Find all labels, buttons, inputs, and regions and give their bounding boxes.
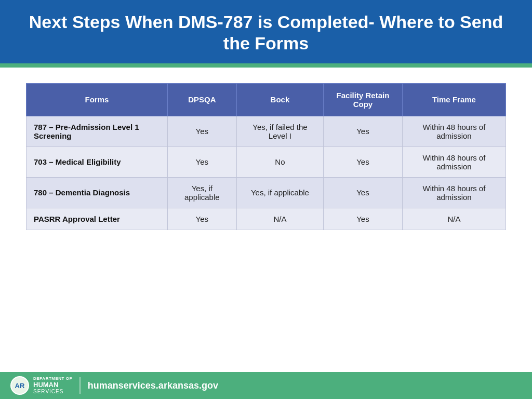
cell-bock: Yes, if failed the Level I	[236, 116, 323, 147]
table-header-row: Forms DPSQA Bock Facility Retain Copy Ti…	[26, 83, 506, 116]
cell-facility: Yes	[324, 208, 403, 230]
cell-bock: N/A	[236, 208, 323, 230]
cell-dpsqa: Yes	[167, 147, 236, 177]
table-row: PASRR Approval LetterYesN/AYesN/A	[26, 208, 506, 230]
cell-timeframe: N/A	[402, 208, 506, 230]
forms-table: Forms DPSQA Bock Facility Retain Copy Ti…	[26, 83, 506, 230]
col-header-forms: Forms	[26, 83, 168, 116]
cell-timeframe: Within 48 hours of admission	[402, 177, 506, 208]
cell-dpsqa: Yes, if applicable	[167, 177, 236, 208]
footer-url: humanservices.arkansas.gov	[88, 380, 218, 391]
cell-forms: 787 – Pre-Admission Level 1 Screening	[26, 116, 168, 147]
cell-forms: 703 – Medical Eligibility	[26, 147, 168, 177]
table-row: 780 – Dementia DiagnosisYes, if applicab…	[26, 177, 506, 208]
table-row: 703 – Medical EligibilityYesNoYesWithin …	[26, 147, 506, 177]
footer-logo: AR Department of Human Services	[10, 376, 72, 395]
cell-facility: Yes	[324, 147, 403, 177]
page-title: Next Steps When DMS-787 is Completed- Wh…	[21, 11, 511, 54]
col-header-timeframe: Time Frame	[402, 83, 506, 116]
cell-timeframe: Within 48 hours of admission	[402, 116, 506, 147]
cell-forms: 780 – Dementia Diagnosis	[26, 177, 168, 208]
logo-abbr: AR	[15, 382, 25, 390]
cell-bock: Yes, if applicable	[236, 177, 323, 208]
table-container: Forms DPSQA Bock Facility Retain Copy Ti…	[26, 83, 506, 367]
cell-bock: No	[236, 147, 323, 177]
footer-divider	[79, 377, 81, 394]
cell-facility: Yes	[324, 116, 403, 147]
logo-circle: AR	[10, 376, 29, 395]
logo-services: Services	[33, 389, 72, 394]
cell-forms: PASRR Approval Letter	[26, 208, 168, 230]
col-header-facility: Facility Retain Copy	[324, 83, 403, 116]
cell-dpsqa: Yes	[167, 208, 236, 230]
logo-human: Human	[33, 381, 72, 389]
col-header-bock: Bock	[236, 83, 323, 116]
col-header-dpsqa: DPSQA	[167, 83, 236, 116]
cell-dpsqa: Yes	[167, 116, 236, 147]
slide: Next Steps When DMS-787 is Completed- Wh…	[0, 0, 532, 399]
logo-text: Department of Human Services	[33, 377, 72, 394]
table-row: 787 – Pre-Admission Level 1 ScreeningYes…	[26, 116, 506, 147]
content-area: Forms DPSQA Bock Facility Retain Copy Ti…	[0, 68, 532, 372]
cell-timeframe: Within 48 hours of admission	[402, 147, 506, 177]
accent-bar	[0, 63, 532, 68]
header: Next Steps When DMS-787 is Completed- Wh…	[0, 0, 532, 63]
cell-facility: Yes	[324, 177, 403, 208]
footer: AR Department of Human Services humanser…	[0, 372, 532, 399]
